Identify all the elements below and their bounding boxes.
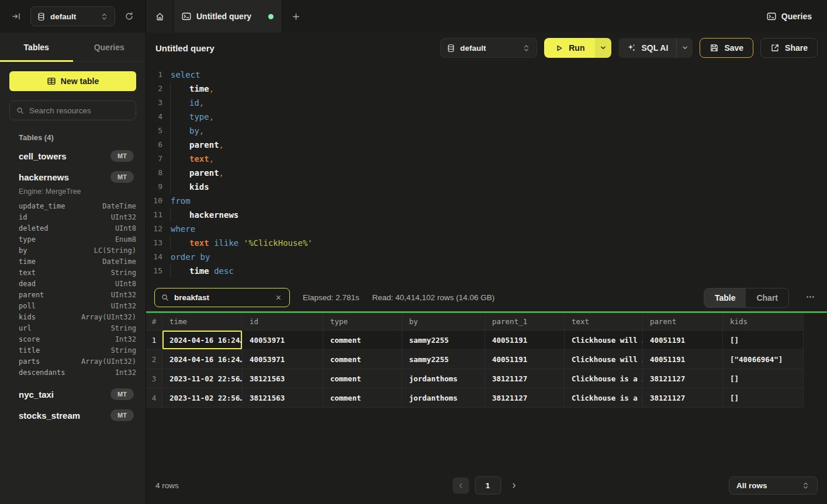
collapse-sidebar-button[interactable] [8, 8, 25, 25]
tab-untitled-query[interactable]: Untitled query [174, 0, 282, 33]
line-number: 13 [146, 236, 162, 250]
results-more-button[interactable] [802, 290, 819, 306]
table-cell[interactable]: 2023-11-02 22:56… [162, 369, 243, 388]
resource-search-input[interactable] [29, 106, 133, 115]
save-button[interactable]: Save [700, 38, 753, 58]
share-icon [770, 43, 780, 53]
column-header-kids[interactable]: kids [723, 313, 804, 331]
table-cell[interactable]: Clickhouse will … [565, 350, 643, 369]
sidebar-table-item-nyc_taxi[interactable]: nyc_taxiMT [9, 384, 136, 405]
run-button[interactable]: Run [544, 38, 595, 58]
next-page-button[interactable] [507, 477, 521, 493]
table-cell[interactable]: 38121127 [485, 369, 565, 388]
table-cell[interactable]: comment [323, 350, 402, 369]
page-size-selector[interactable]: All rows [729, 477, 818, 495]
table-cell[interactable]: Clickhouse will … [565, 331, 643, 350]
column-row-dead: deadUInt8 [9, 278, 136, 289]
table-cell[interactable]: comment [323, 331, 402, 350]
previous-page-button[interactable] [452, 477, 469, 493]
token: text [189, 154, 209, 164]
token: order by [171, 252, 210, 262]
view-toggle-table[interactable]: Table [704, 289, 746, 307]
sql-editor[interactable]: 1select2time,3id,4type,5by,6parent,7text… [146, 63, 827, 284]
sidebar-tab-queries[interactable]: Queries [73, 33, 146, 61]
table-cell[interactable]: jordanthoms [402, 369, 485, 388]
column-header-by[interactable]: by [402, 313, 485, 331]
column-row-url: urlString [9, 322, 136, 333]
table-cell[interactable]: [] [723, 388, 804, 408]
table-cell[interactable]: 40053971 [243, 350, 323, 369]
column-header-text[interactable]: text [565, 313, 643, 331]
sql-ai-button[interactable]: SQL AI [618, 38, 676, 58]
column-header-id[interactable]: id [243, 313, 323, 331]
column-header-time[interactable]: time [162, 313, 243, 331]
run-options-button[interactable] [595, 38, 611, 58]
row-number: 3 [146, 369, 162, 388]
table-cell[interactable]: [] [723, 369, 804, 388]
table-cell[interactable]: [] [723, 331, 804, 350]
table-cell[interactable]: sammy2255 [402, 331, 485, 350]
engine-label: Engine: MergeTree [9, 187, 136, 200]
table-cell[interactable]: 2023-11-02 22:56… [162, 388, 243, 408]
table-cell[interactable]: jordanthoms [402, 388, 485, 408]
sidebar-table-item-cell_towers[interactable]: cell_towersMT [9, 145, 136, 166]
topbar-database-selector[interactable]: default [30, 6, 115, 26]
queries-nav-button[interactable]: Queries [752, 0, 827, 33]
results-search-input[interactable] [174, 293, 269, 302]
column-row-parts: partsArray(UInt32) [9, 356, 136, 367]
table-cell[interactable]: 40051191 [485, 350, 565, 369]
column-header-parent[interactable]: parent [643, 313, 723, 331]
table-cell[interactable]: 40051191 [643, 331, 723, 350]
table-cell[interactable]: 38121127 [485, 388, 565, 408]
column-row-poll: pollUInt32 [9, 300, 136, 311]
table-cell[interactable]: 38121127 [643, 388, 723, 408]
table-cell[interactable]: Clickhouse is a … [565, 388, 643, 408]
table-cell[interactable]: Clickhouse is a … [565, 369, 643, 388]
column-type: UInt32 [111, 291, 136, 299]
sidebar-table-item-hackernews[interactable]: hackernewsMT [9, 166, 136, 187]
sidebar-tab-tables[interactable]: Tables [0, 33, 73, 61]
table-cell[interactable]: 38121127 [643, 369, 723, 388]
view-toggle-chart[interactable]: Chart [746, 289, 788, 307]
table-cell[interactable]: 40051191 [485, 331, 565, 350]
table-cell[interactable]: comment [323, 369, 402, 388]
engine-badge: MT [110, 150, 134, 162]
run-button-group: Run [544, 38, 611, 58]
sql-ai-options-button[interactable] [676, 38, 693, 58]
table-cell[interactable]: 40051191 [643, 350, 723, 369]
table-cell[interactable]: 38121563 [243, 369, 323, 388]
query-database-selector[interactable]: default [440, 38, 537, 58]
terminal-icon [182, 12, 191, 21]
column-name: url [19, 324, 32, 332]
token: desc [214, 266, 234, 276]
share-button[interactable]: Share [760, 38, 818, 58]
table-cell[interactable]: 2024-04-16 16:24… [162, 350, 243, 369]
new-table-button[interactable]: New table [9, 71, 136, 91]
table-grid-icon [47, 77, 56, 86]
clear-search-button[interactable] [274, 293, 283, 303]
save-label: Save [724, 43, 743, 53]
column-row-id: idUInt32 [9, 211, 136, 223]
column-header-type[interactable]: type [323, 313, 402, 331]
line-code: parent, [162, 138, 224, 152]
column-header-parent_1[interactable]: parent_1 [485, 313, 565, 331]
sidebar-table-item-stocks_stream[interactable]: stocks_streamMT [9, 405, 136, 426]
refresh-button[interactable] [121, 8, 137, 25]
table-cell[interactable]: 38121563 [243, 388, 323, 408]
column-header-#[interactable]: # [146, 313, 162, 331]
sql-ai-button-group: SQL AI [618, 38, 693, 58]
search-icon [16, 106, 25, 115]
editor-line-2: 2time, [146, 82, 827, 96]
table-cell[interactable]: sammy2255 [402, 350, 485, 369]
table-cell[interactable]: ["40066964"] [723, 350, 804, 369]
current-page-button[interactable]: 1 [475, 477, 501, 495]
refresh-icon [124, 12, 134, 21]
line-number: 5 [146, 124, 162, 138]
table-cell[interactable]: comment [323, 388, 402, 408]
new-tab-button[interactable] [282, 0, 309, 33]
table-cell[interactable]: 40053971 [243, 331, 323, 350]
results-table: #timeidtypebyparent_1textparentkids12024… [146, 313, 804, 408]
table-cell[interactable]: 2024-04-16 16:24… [162, 331, 243, 350]
token: type [189, 112, 209, 121]
home-button[interactable] [146, 0, 174, 33]
